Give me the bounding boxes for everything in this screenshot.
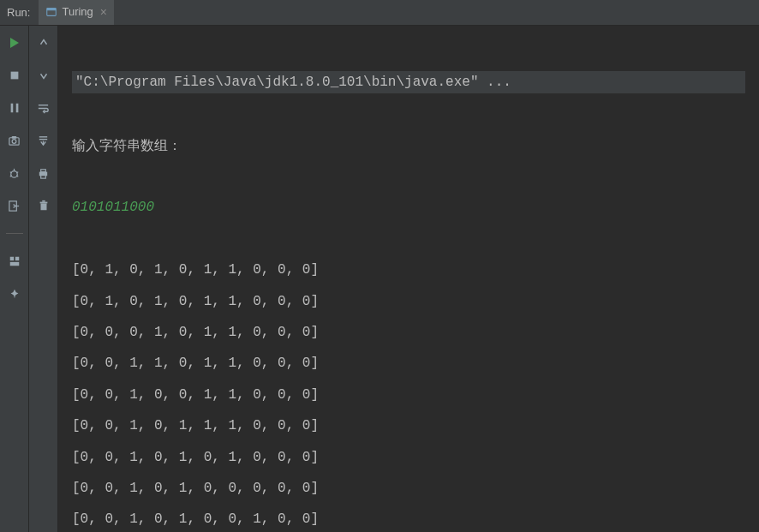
- pin-icon[interactable]: [6, 285, 23, 302]
- debug-icon[interactable]: [6, 164, 23, 182]
- user-input: 0101011000: [72, 198, 745, 217]
- svg-rect-27: [40, 203, 46, 210]
- trash-icon[interactable]: [35, 197, 52, 214]
- svg-rect-26: [41, 175, 46, 178]
- close-icon[interactable]: ×: [100, 5, 107, 19]
- array-line: [0, 1, 0, 1, 0, 1, 1, 0, 0, 0]: [72, 260, 745, 279]
- run-label: Run:: [7, 6, 30, 19]
- array-line: [0, 0, 1, 0, 1, 1, 1, 0, 0, 0]: [72, 416, 745, 435]
- scroll-end-icon[interactable]: [35, 132, 52, 149]
- app-icon: [45, 6, 57, 18]
- array-line: [0, 0, 1, 0, 1, 0, 0, 0, 0, 0]: [72, 479, 745, 498]
- array-line: [0, 0, 1, 0, 1, 0, 0, 1, 0, 0]: [72, 510, 745, 529]
- up-icon[interactable]: [35, 34, 52, 51]
- array-line: [0, 1, 0, 1, 0, 1, 1, 0, 0, 0]: [72, 292, 745, 311]
- run-toolbar: Run: Turing ×: [0, 0, 759, 26]
- prompt-text: 输入字符串数组：: [72, 137, 745, 156]
- svg-point-7: [12, 139, 16, 143]
- divider: [6, 233, 23, 234]
- tab-label: Turing: [62, 5, 93, 18]
- svg-rect-5: [15, 104, 18, 113]
- run-tab[interactable]: Turing ×: [39, 0, 114, 25]
- array-line: [0, 0, 0, 1, 0, 1, 1, 0, 0, 0]: [72, 323, 745, 342]
- console-output[interactable]: "C:\Program Files\Java\jdk1.8.0_101\bin\…: [58, 26, 759, 532]
- stop-icon[interactable]: [6, 67, 23, 84]
- softwrap-icon[interactable]: [35, 99, 52, 117]
- svg-rect-4: [10, 104, 13, 113]
- svg-rect-29: [42, 200, 45, 202]
- svg-rect-18: [15, 257, 18, 260]
- array-line: [0, 0, 1, 0, 0, 1, 1, 0, 0, 0]: [72, 386, 745, 404]
- dump-icon[interactable]: [6, 132, 23, 149]
- array-line: [0, 0, 1, 1, 0, 1, 1, 0, 0, 0]: [72, 354, 745, 373]
- print-icon[interactable]: [35, 164, 52, 182]
- svg-rect-28: [39, 202, 47, 204]
- main-area: "C:\Program Files\Java\jdk1.8.0_101\bin\…: [0, 26, 759, 532]
- svg-rect-1: [47, 8, 57, 10]
- down-icon[interactable]: [35, 67, 52, 84]
- layout-icon[interactable]: [6, 253, 23, 270]
- svg-rect-25: [41, 169, 46, 171]
- left-toolbar: [0, 26, 29, 532]
- exit-icon[interactable]: [6, 197, 23, 214]
- svg-rect-3: [10, 72, 18, 80]
- svg-marker-2: [10, 38, 19, 48]
- console-toolbar: [29, 26, 58, 532]
- svg-rect-8: [12, 135, 17, 138]
- array-line: [0, 0, 1, 0, 1, 0, 1, 0, 0, 0]: [72, 448, 745, 467]
- svg-point-9: [11, 170, 18, 177]
- pause-icon[interactable]: [6, 99, 23, 117]
- svg-rect-19: [9, 262, 19, 266]
- svg-rect-17: [9, 257, 13, 260]
- command-line: "C:\Program Files\Java\jdk1.8.0_101\bin\…: [72, 71, 745, 93]
- array-output: [0, 1, 0, 1, 0, 1, 1, 0, 0, 0][0, 1, 0, …: [72, 260, 745, 532]
- rerun-icon[interactable]: [6, 34, 23, 51]
